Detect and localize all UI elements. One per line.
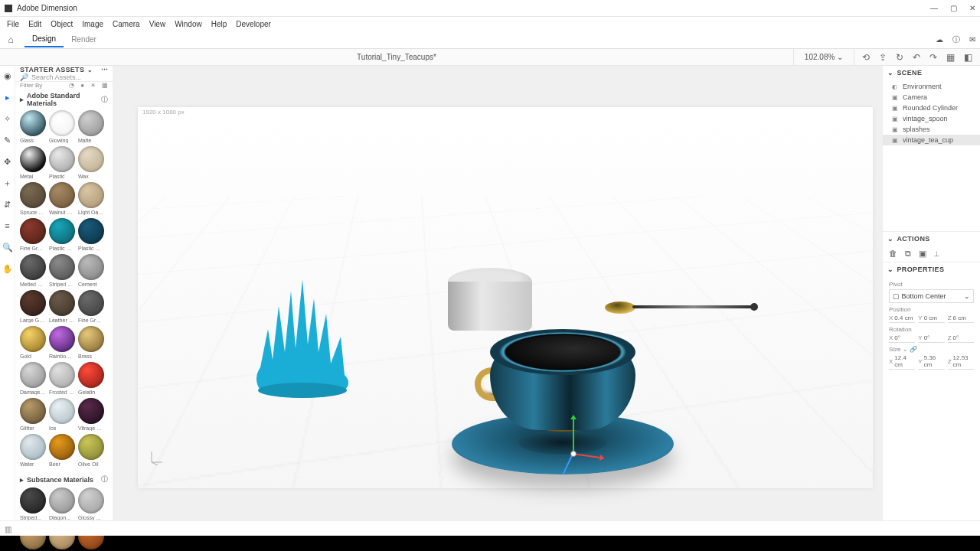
substance-swatch[interactable]: Glossy ... [78,487,104,520]
minimize-button[interactable]: — [930,4,938,12]
camera-bookmark-icon[interactable]: ◧ [964,52,972,63]
filter-lights-icon[interactable]: ☀ [90,82,96,89]
menu-file[interactable]: File [3,18,23,30]
material-swatch[interactable]: Spruce Wo... [20,182,46,215]
material-swatch[interactable]: Vitrage Gl... [78,398,104,431]
material-swatch[interactable]: Cement [78,254,104,287]
material-swatch[interactable]: Brass [78,326,104,359]
material-swatch[interactable]: Rainbow A... [49,326,75,359]
object-splash[interactable] [245,276,360,398]
material-swatch[interactable]: Plastic wit... [49,218,75,251]
properties-header[interactable]: ⌄ PROPERTIES [883,262,980,276]
material-swatch[interactable]: Gelatin [78,362,104,395]
assets-search[interactable]: 🔎 Search Assets... [15,73,113,82]
scene-item[interactable]: ◐Environment [883,81,980,92]
help-icon[interactable]: ⓘ [952,34,960,45]
menu-camera[interactable]: Camera [109,18,144,30]
material-swatch[interactable]: Metal [20,146,46,179]
duplicate-icon[interactable]: ⧉ [905,249,911,259]
pos-z[interactable]: Z6 cm [948,315,974,323]
material-swatch[interactable]: Gold [20,326,46,359]
object-spoon[interactable] [605,298,758,315]
undo-icon[interactable]: ↶ [913,52,920,63]
material-swatch[interactable]: Ice [49,398,75,431]
material-swatch[interactable]: Leather Gr... [49,290,75,323]
feedback-icon[interactable]: ✉ [969,35,975,44]
assets-header[interactable]: STARTER ASSETS⌄⋯ [15,66,113,73]
size-z[interactable]: Z12.53 cm [948,354,974,370]
section-substance-materials[interactable]: ▸Substance Materialsⓘ [15,471,113,486]
group-icon[interactable]: ▣ [919,249,926,259]
menu-help[interactable]: Help [207,18,231,30]
scene-item[interactable]: ▣vintage_spoon [883,113,980,124]
scene-item[interactable]: ▣vintage_tea_cup [883,135,980,145]
tab-render[interactable]: Render [64,32,104,47]
material-swatch[interactable]: Glitter [20,398,46,431]
material-swatch[interactable]: Water [20,434,46,467]
render-preview-icon[interactable]: ▦ [946,52,955,63]
scene-header[interactable]: ⌄ SCENE [883,66,980,80]
pivot-dropdown[interactable]: ▢ Bottom Center⌄ [889,289,974,303]
tab-design[interactable]: Design [24,31,64,47]
material-swatch[interactable]: Large Grai... [20,290,46,323]
filter-materials-icon[interactable]: ● [80,82,84,89]
tool-move[interactable]: ✥ [2,156,13,167]
material-swatch[interactable]: Glowing [49,110,75,143]
pos-x[interactable]: X0.4 cm [889,315,915,323]
menu-window[interactable]: Window [171,18,206,30]
share-icon[interactable]: ⇪ [879,52,887,63]
viewport[interactable]: 1920 x 1080 px [138,107,873,488]
scene-item[interactable]: ▣Rounded Cylinder [883,103,980,113]
align-ground-icon[interactable]: ⟂ [934,249,939,259]
home-icon[interactable]: ⌂ [5,34,17,45]
material-swatch[interactable]: Plastic [49,146,75,179]
filter-models-icon[interactable]: ◔ [69,82,74,89]
menu-view[interactable]: View [145,18,170,30]
tool-add[interactable]: ＋ [2,178,13,188]
close-button[interactable]: ✕ [969,4,975,12]
material-swatch[interactable]: Frosted Gl... [49,362,75,395]
material-swatch[interactable]: Light Oak... [78,182,104,215]
tool-sampler[interactable]: ✎ [2,135,13,145]
tool-align[interactable]: ≡ [2,220,13,231]
tool-orbit[interactable]: ◉ [2,70,13,81]
panel-toggle-icon[interactable]: ▥ [0,523,16,536]
pos-y[interactable]: Y0 cm [918,315,944,323]
actions-header[interactable]: ⌄ ACTIONS [883,231,980,246]
material-swatch[interactable]: Melted Sn... [20,254,46,287]
material-swatch[interactable]: Walnut W... [49,182,75,215]
menu-developer[interactable]: Developer [232,18,275,30]
cloud-icon[interactable]: ☁ [936,35,943,44]
material-swatch[interactable]: Glass [20,110,46,143]
object-teacup[interactable] [452,321,674,490]
section-standard-materials[interactable]: ▸Adobe Standard Materialsⓘ [15,89,113,109]
rot-x[interactable]: X0° [889,334,915,343]
material-swatch[interactable]: Plastic Can... [78,218,104,251]
material-swatch[interactable]: Olive Oil [78,434,104,467]
scene-item[interactable]: ▣Camera [883,92,980,103]
zoom-dropdown[interactable]: 102.08% ⌄ [793,49,854,65]
substance-swatch[interactable]: Diagon... [49,487,75,520]
material-swatch[interactable]: Striped Sto... [49,254,75,287]
menu-object[interactable]: Object [47,18,77,30]
substance-swatch[interactable]: Striped... [20,487,46,520]
tool-zoom[interactable]: 🔍 [2,242,13,253]
maximize-button[interactable]: ▢ [950,4,957,12]
rot-y[interactable]: Y0° [918,334,944,343]
material-swatch[interactable]: Matte [78,110,104,143]
filter-images-icon[interactable]: ▦ [102,82,108,89]
tool-wand[interactable]: ✧ [2,113,13,124]
material-swatch[interactable]: Fine Green... [20,218,46,251]
material-swatch[interactable]: Damaged ... [20,362,46,395]
tool-ruler[interactable]: ⇵ [2,199,13,210]
tool-hand[interactable]: ✋ [2,263,13,274]
material-swatch[interactable]: Beer [49,434,75,467]
menu-image[interactable]: Image [78,18,107,30]
tool-select[interactable]: ▸ [2,92,13,103]
size-y[interactable]: Y5.36 cm [918,354,944,370]
delete-icon[interactable]: 🗑 [889,249,897,259]
menu-edit[interactable]: Edit [24,18,45,30]
refresh-icon[interactable]: ↻ [896,52,903,63]
rot-z[interactable]: Z0° [948,334,974,343]
scene-item[interactable]: ▣splashes [883,124,980,135]
